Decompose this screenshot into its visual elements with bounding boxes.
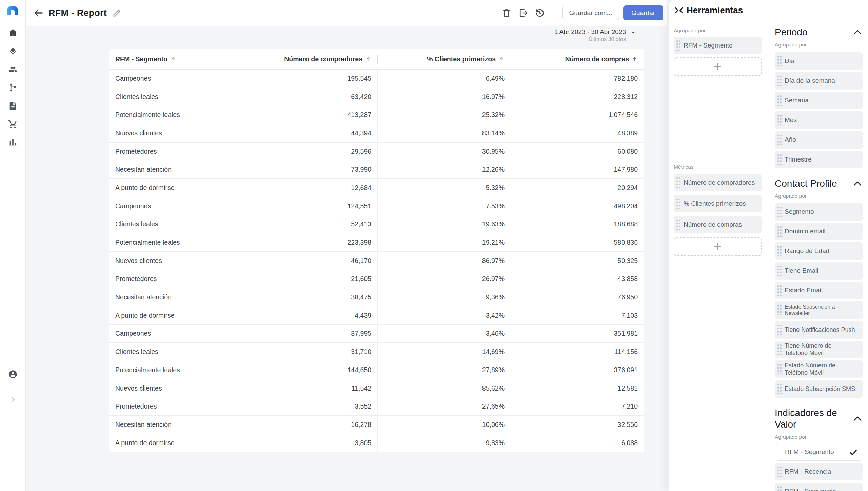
drag-handle-icon[interactable]: [676, 177, 680, 188]
column-header-buyers[interactable]: Número de compradores: [243, 55, 377, 63]
table-row: Prometedores 3,552 27,65% 7,210: [109, 397, 644, 416]
drag-handle-icon[interactable]: [777, 266, 782, 276]
drag-handle-icon[interactable]: [777, 384, 782, 394]
drag-handle-icon[interactable]: [777, 344, 782, 355]
document-icon[interactable]: [8, 101, 18, 111]
drag-handle-icon[interactable]: [676, 220, 680, 230]
column-header-segment[interactable]: RFM - Segmento: [109, 55, 243, 63]
add-metric-button[interactable]: [674, 237, 762, 256]
drag-handle-icon[interactable]: [777, 56, 782, 66]
drag-handle-icon[interactable]: [777, 246, 782, 256]
attribute-chip[interactable]: Estado Número de Teléfono Móvil: [775, 360, 863, 378]
cell-purchases: 50,325: [511, 257, 644, 265]
attribute-chip[interactable]: Tiene Notificaciones Push: [775, 321, 863, 339]
cell-purchases: 76,950: [511, 293, 644, 301]
attribute-chip[interactable]: RFM - Recencia: [775, 463, 863, 480]
drag-handle-icon[interactable]: [777, 76, 782, 86]
table-row: A punto de dormirse 3,805 9,83% 6,088: [109, 434, 644, 452]
cell-purchases: 114,156: [511, 348, 644, 356]
cell-segment: Potencialmente leales: [109, 111, 243, 119]
metric-chip[interactable]: % Clientes primerizos: [674, 195, 762, 212]
home-icon[interactable]: [8, 28, 18, 37]
cell-buyers: 3,805: [243, 439, 377, 447]
drag-handle-icon[interactable]: [777, 154, 782, 165]
cell-purchases: 6,088: [511, 439, 644, 447]
attribute-chip[interactable]: Trimestre: [775, 151, 863, 168]
section-header-contact-profile[interactable]: Contact Profile: [775, 178, 863, 189]
date-range-value: 1 Abr 2023 - 30 Abr 2023: [554, 28, 626, 36]
export-icon[interactable]: [518, 8, 528, 18]
layers-icon[interactable]: [8, 46, 18, 56]
cell-purchases: 1,074,546: [511, 111, 644, 119]
flow-icon[interactable]: [8, 83, 18, 92]
cell-purchases: 20,294: [511, 184, 644, 192]
trash-icon[interactable]: [501, 8, 512, 18]
drag-handle-icon[interactable]: [676, 40, 680, 51]
drag-handle-icon[interactable]: [777, 115, 782, 125]
cell-first-time: 10,06%: [377, 421, 511, 429]
chevron-right-icon[interactable]: [9, 396, 17, 404]
grouping-chip[interactable]: RFM - Segmento: [674, 37, 762, 54]
drag-handle-icon[interactable]: [777, 135, 782, 145]
section-header-periodo[interactable]: Periodo: [775, 26, 863, 38]
date-range-picker[interactable]: 1 Abr 2023 - 30 Abr 2023 Últimos 30 días: [554, 28, 636, 42]
column-header-purchases[interactable]: Número de compras: [511, 55, 644, 63]
attribute-chip[interactable]: Segmento: [775, 203, 863, 221]
drag-handle-icon[interactable]: [777, 207, 782, 217]
attribute-chip[interactable]: Estado Subscripción SMS: [775, 380, 863, 398]
column-header-first-time[interactable]: % Clientes primerizos: [377, 55, 511, 63]
account-icon[interactable]: [8, 370, 18, 379]
attribute-chip[interactable]: Día: [775, 52, 863, 70]
cell-buyers: 12,684: [243, 184, 377, 192]
sidebar-expand-area: [0, 396, 25, 404]
section-header-indicadores[interactable]: Indicadores de Valor: [775, 407, 863, 430]
tools-panel: Herramientas Agrupado por RFM - Segmento…: [669, 0, 868, 491]
cell-purchases: 12,581: [511, 384, 644, 392]
chart-icon[interactable]: [8, 138, 18, 147]
attribute-chip[interactable]: Rango de Edad: [775, 242, 863, 260]
attribute-chip[interactable]: Año: [775, 131, 863, 149]
metric-chip[interactable]: Número de compras: [674, 216, 762, 233]
sidebar-divider: [0, 390, 25, 390]
cell-purchases: 60,080: [511, 148, 644, 155]
attribute-chip[interactable]: Dominio email: [775, 223, 863, 240]
attribute-chip[interactable]: Tiene Email: [775, 262, 863, 280]
add-group-button[interactable]: [674, 57, 762, 76]
sidebar: [0, 0, 26, 491]
back-arrow-icon[interactable]: [33, 7, 44, 19]
drag-handle-icon[interactable]: [777, 285, 782, 296]
pencil-icon[interactable]: [112, 8, 121, 18]
drag-handle-icon[interactable]: [777, 467, 782, 477]
drag-handle-icon[interactable]: [777, 325, 782, 335]
drag-handle-icon[interactable]: [777, 486, 782, 491]
plus-icon: [713, 242, 722, 251]
collapse-panel-icon[interactable]: [674, 6, 684, 14]
attribute-chip[interactable]: Mes: [775, 111, 863, 129]
save-button[interactable]: Guardar: [623, 5, 663, 20]
attribute-chip[interactable]: Estado Email: [775, 282, 863, 299]
drag-handle-icon[interactable]: [777, 226, 782, 237]
attribute-chip[interactable]: Semana: [775, 92, 863, 109]
brand-logo[interactable]: [6, 5, 19, 15]
metric-chip[interactable]: Número de compradores: [674, 174, 762, 191]
attribute-chip[interactable]: Estado Subscrición a Newsletter: [775, 301, 863, 319]
cell-segment: Necesitan atención: [109, 421, 243, 429]
drag-handle-icon[interactable]: [777, 95, 782, 106]
drag-handle-icon[interactable]: [777, 305, 782, 315]
drag-handle-icon[interactable]: [777, 364, 782, 374]
save-as-button[interactable]: Guardar com...: [562, 6, 619, 20]
attribute-chip[interactable]: RFM - Frecuencia: [775, 483, 863, 491]
cell-segment: Campeones: [109, 329, 243, 337]
cell-first-time: 27,65%: [377, 402, 511, 410]
cart-icon[interactable]: [8, 119, 18, 129]
people-icon[interactable]: [8, 64, 18, 74]
table-row: Campeones 87,995 3,46% 351,981: [109, 325, 644, 343]
config-divider: [669, 160, 767, 160]
attribute-chip[interactable]: RFM - Segmento: [775, 443, 863, 461]
drag-handle-icon[interactable]: [676, 199, 680, 209]
attribute-chip[interactable]: Día de la semana: [775, 72, 863, 90]
attribute-chip[interactable]: Tiene Número de Teléfono Móvil: [775, 341, 863, 358]
cell-first-time: 5.32%: [377, 184, 511, 192]
sort-ascending-icon: [631, 56, 638, 62]
history-icon[interactable]: [535, 8, 545, 18]
